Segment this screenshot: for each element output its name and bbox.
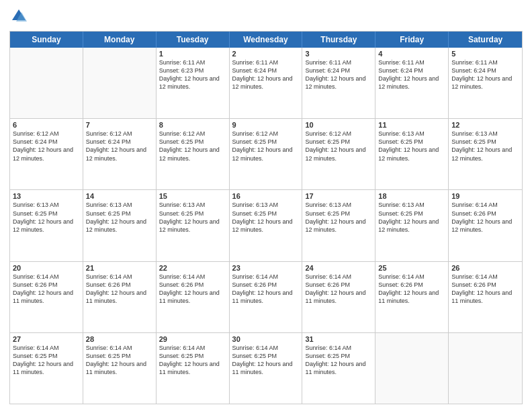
cal-cell: 22Sunrise: 6:14 AM Sunset: 6:26 PM Dayli…	[157, 262, 230, 332]
day-number: 7	[86, 121, 153, 129]
cal-cell: 13Sunrise: 6:13 AM Sunset: 6:25 PM Dayli…	[10, 190, 83, 261]
day-info: Sunrise: 6:14 AM Sunset: 6:26 PM Dayligh…	[305, 273, 372, 306]
day-info: Sunrise: 6:14 AM Sunset: 6:25 PM Dayligh…	[13, 344, 80, 377]
header-day-monday: Monday	[83, 32, 157, 48]
day-number: 8	[159, 121, 226, 129]
day-info: Sunrise: 6:14 AM Sunset: 6:25 PM Dayligh…	[305, 344, 372, 377]
cal-cell: 9Sunrise: 6:12 AM Sunset: 6:25 PM Daylig…	[230, 119, 303, 189]
day-number: 14	[86, 192, 153, 200]
day-number: 23	[232, 264, 300, 272]
day-info: Sunrise: 6:13 AM Sunset: 6:25 PM Dayligh…	[159, 201, 226, 234]
day-number: 16	[232, 192, 300, 200]
cal-cell: 7Sunrise: 6:12 AM Sunset: 6:24 PM Daylig…	[83, 119, 157, 189]
cal-cell: 5Sunrise: 6:11 AM Sunset: 6:24 PM Daylig…	[449, 48, 522, 118]
cal-cell: 25Sunrise: 6:14 AM Sunset: 6:26 PM Dayli…	[375, 262, 449, 332]
cal-row-2: 13Sunrise: 6:13 AM Sunset: 6:25 PM Dayli…	[10, 189, 522, 261]
day-info: Sunrise: 6:12 AM Sunset: 6:24 PM Dayligh…	[86, 130, 153, 163]
day-number: 24	[305, 264, 372, 272]
header-day-friday: Friday	[375, 32, 449, 48]
day-number: 26	[451, 264, 519, 272]
day-info: Sunrise: 6:13 AM Sunset: 6:25 PM Dayligh…	[232, 201, 300, 234]
day-number: 13	[13, 192, 80, 200]
cal-cell: 24Sunrise: 6:14 AM Sunset: 6:26 PM Dayli…	[302, 262, 375, 332]
cal-cell: 4Sunrise: 6:11 AM Sunset: 6:24 PM Daylig…	[375, 48, 449, 118]
header-day-saturday: Saturday	[449, 32, 522, 48]
day-info: Sunrise: 6:11 AM Sunset: 6:24 PM Dayligh…	[451, 58, 519, 91]
cal-cell	[449, 333, 522, 404]
day-number: 3	[305, 50, 372, 58]
day-info: Sunrise: 6:13 AM Sunset: 6:25 PM Dayligh…	[13, 201, 80, 234]
day-number: 5	[451, 50, 519, 58]
day-number: 18	[378, 192, 445, 200]
cal-cell: 1Sunrise: 6:11 AM Sunset: 6:23 PM Daylig…	[157, 48, 230, 118]
cal-cell: 29Sunrise: 6:14 AM Sunset: 6:25 PM Dayli…	[157, 333, 230, 404]
day-number: 2	[232, 50, 300, 58]
day-info: Sunrise: 6:11 AM Sunset: 6:24 PM Dayligh…	[378, 58, 445, 91]
header-day-sunday: Sunday	[10, 32, 83, 48]
cal-cell: 19Sunrise: 6:14 AM Sunset: 6:26 PM Dayli…	[449, 190, 522, 261]
cal-cell: 10Sunrise: 6:12 AM Sunset: 6:25 PM Dayli…	[302, 119, 375, 189]
day-number: 28	[86, 335, 153, 343]
cal-row-0: 1Sunrise: 6:11 AM Sunset: 6:23 PM Daylig…	[10, 48, 522, 118]
day-info: Sunrise: 6:14 AM Sunset: 6:26 PM Dayligh…	[232, 273, 300, 306]
day-info: Sunrise: 6:14 AM Sunset: 6:25 PM Dayligh…	[86, 344, 153, 377]
cal-cell: 27Sunrise: 6:14 AM Sunset: 6:25 PM Dayli…	[10, 333, 83, 404]
cal-row-1: 6Sunrise: 6:12 AM Sunset: 6:24 PM Daylig…	[10, 118, 522, 189]
day-info: Sunrise: 6:13 AM Sunset: 6:25 PM Dayligh…	[378, 201, 445, 234]
day-info: Sunrise: 6:14 AM Sunset: 6:26 PM Dayligh…	[159, 273, 226, 306]
day-number: 22	[159, 264, 226, 272]
day-number: 20	[13, 264, 80, 272]
day-info: Sunrise: 6:12 AM Sunset: 6:25 PM Dayligh…	[232, 130, 300, 163]
day-info: Sunrise: 6:11 AM Sunset: 6:23 PM Dayligh…	[159, 58, 226, 91]
cal-cell: 23Sunrise: 6:14 AM Sunset: 6:26 PM Dayli…	[230, 262, 303, 332]
day-info: Sunrise: 6:14 AM Sunset: 6:26 PM Dayligh…	[378, 273, 445, 306]
calendar-header-row: SundayMondayTuesdayWednesdayThursdayFrid…	[10, 32, 522, 48]
header	[9, 7, 523, 26]
day-number: 29	[159, 335, 226, 343]
day-info: Sunrise: 6:14 AM Sunset: 6:26 PM Dayligh…	[86, 273, 153, 306]
day-number: 1	[159, 50, 226, 58]
day-number: 25	[378, 264, 445, 272]
day-number: 27	[13, 335, 80, 343]
day-info: Sunrise: 6:13 AM Sunset: 6:25 PM Dayligh…	[305, 201, 372, 234]
cal-cell: 3Sunrise: 6:11 AM Sunset: 6:24 PM Daylig…	[302, 48, 375, 118]
cal-row-3: 20Sunrise: 6:14 AM Sunset: 6:26 PM Dayli…	[10, 261, 522, 332]
cal-cell: 2Sunrise: 6:11 AM Sunset: 6:24 PM Daylig…	[230, 48, 303, 118]
cal-cell: 30Sunrise: 6:14 AM Sunset: 6:25 PM Dayli…	[230, 333, 303, 404]
header-day-wednesday: Wednesday	[230, 32, 303, 48]
cal-cell: 28Sunrise: 6:14 AM Sunset: 6:25 PM Dayli…	[83, 333, 157, 404]
calendar-body: 1Sunrise: 6:11 AM Sunset: 6:23 PM Daylig…	[10, 48, 522, 404]
cal-cell	[83, 48, 157, 118]
day-number: 4	[378, 50, 445, 58]
calendar: SundayMondayTuesdayWednesdayThursdayFrid…	[9, 31, 523, 404]
day-info: Sunrise: 6:12 AM Sunset: 6:25 PM Dayligh…	[159, 130, 226, 163]
cal-cell: 8Sunrise: 6:12 AM Sunset: 6:25 PM Daylig…	[157, 119, 230, 189]
day-number: 19	[451, 192, 519, 200]
day-info: Sunrise: 6:13 AM Sunset: 6:25 PM Dayligh…	[378, 130, 445, 163]
cal-cell: 18Sunrise: 6:13 AM Sunset: 6:25 PM Dayli…	[375, 190, 449, 261]
day-info: Sunrise: 6:12 AM Sunset: 6:24 PM Dayligh…	[13, 130, 80, 163]
day-info: Sunrise: 6:12 AM Sunset: 6:25 PM Dayligh…	[305, 130, 372, 163]
calendar-page: SundayMondayTuesdayWednesdayThursdayFrid…	[0, 0, 532, 411]
day-info: Sunrise: 6:13 AM Sunset: 6:25 PM Dayligh…	[451, 130, 519, 163]
day-number: 30	[232, 335, 300, 343]
logo	[9, 7, 31, 26]
day-info: Sunrise: 6:14 AM Sunset: 6:25 PM Dayligh…	[232, 344, 300, 377]
cal-cell	[10, 48, 83, 118]
day-number: 17	[305, 192, 372, 200]
day-number: 31	[305, 335, 372, 343]
cal-cell: 12Sunrise: 6:13 AM Sunset: 6:25 PM Dayli…	[449, 119, 522, 189]
day-number: 6	[13, 121, 80, 129]
cal-cell	[375, 333, 449, 404]
cal-cell: 15Sunrise: 6:13 AM Sunset: 6:25 PM Dayli…	[157, 190, 230, 261]
day-info: Sunrise: 6:14 AM Sunset: 6:26 PM Dayligh…	[451, 273, 519, 306]
cal-cell: 31Sunrise: 6:14 AM Sunset: 6:25 PM Dayli…	[302, 333, 375, 404]
day-info: Sunrise: 6:14 AM Sunset: 6:26 PM Dayligh…	[451, 201, 519, 234]
logo-icon	[9, 7, 28, 26]
cal-cell: 20Sunrise: 6:14 AM Sunset: 6:26 PM Dayli…	[10, 262, 83, 332]
header-day-thursday: Thursday	[302, 32, 375, 48]
day-number: 12	[451, 121, 519, 129]
cal-cell: 26Sunrise: 6:14 AM Sunset: 6:26 PM Dayli…	[449, 262, 522, 332]
day-number: 21	[86, 264, 153, 272]
day-info: Sunrise: 6:11 AM Sunset: 6:24 PM Dayligh…	[232, 58, 300, 91]
